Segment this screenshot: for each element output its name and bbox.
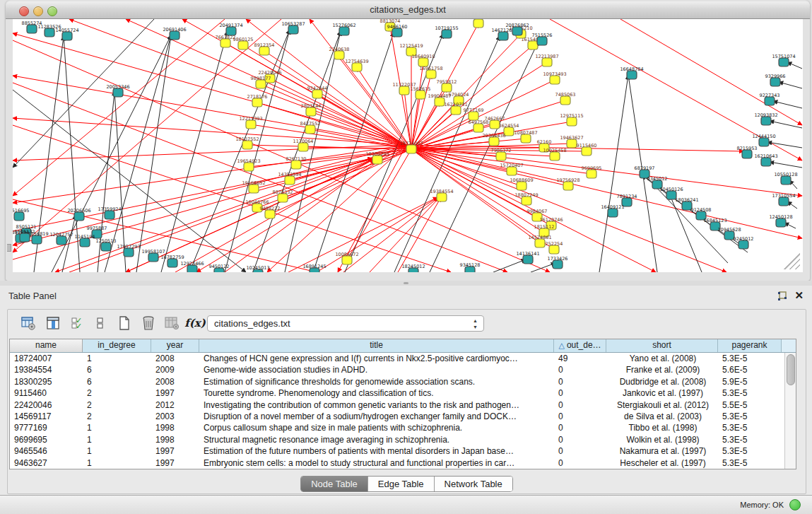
graph-node[interactable]: 18245012 bbox=[401, 264, 425, 273]
graph-node[interactable]: 10084672 bbox=[335, 252, 358, 265]
graph-node[interactable]: 2516695 bbox=[13, 208, 29, 221]
graph-node[interactable]: 16409121 bbox=[601, 204, 624, 218]
graph-node[interactable]: 14055724 bbox=[55, 28, 78, 41]
graph-node[interactable]: 10245013 bbox=[246, 265, 269, 273]
column-header-short[interactable]: short bbox=[606, 339, 718, 352]
graph-node[interactable]: 9115460 bbox=[577, 143, 597, 156]
float-panel-icon[interactable] bbox=[777, 291, 788, 302]
close-panel-icon[interactable]: ✕ bbox=[794, 289, 804, 302]
table-vertical-scrollbar[interactable] bbox=[784, 353, 796, 469]
graph-node[interactable]: 20491374 bbox=[219, 23, 242, 36]
column-header-in_degree[interactable]: in_degree bbox=[83, 339, 151, 352]
column-header-out_de[interactable]: △out_de… bbox=[554, 339, 606, 352]
graph-node[interactable]: 15720407 bbox=[500, 163, 523, 176]
graph-node[interactable]: 12213393 bbox=[239, 116, 262, 129]
new-table-button[interactable] bbox=[115, 314, 134, 332]
table-row[interactable]: 911546021997Tourette syndrome. Phenomeno… bbox=[10, 387, 785, 399]
table-row[interactable]: 1456911722003Disruption of a novel membe… bbox=[10, 411, 785, 422]
graph-node[interactable]: 16961758 bbox=[419, 66, 442, 79]
graph-node[interactable]: 9860125 bbox=[233, 37, 254, 50]
memory-status-icon[interactable] bbox=[789, 499, 801, 510]
tab-edge-table[interactable]: Edge Table bbox=[368, 477, 435, 491]
graph-node[interactable]: 20206506 bbox=[67, 208, 90, 221]
graph-node[interactable]: 16891245 bbox=[302, 264, 326, 273]
graph-node-label: 16409121 bbox=[601, 204, 624, 210]
graph-node[interactable]: 10653287 bbox=[281, 21, 305, 35]
cell-year: 2012 bbox=[151, 399, 199, 411]
graph-edge bbox=[13, 158, 372, 259]
tab-node-table[interactable]: Node Table bbox=[301, 477, 368, 491]
delete-table-button[interactable] bbox=[139, 314, 158, 332]
graph-node[interactable]: 9699695 bbox=[582, 165, 602, 179]
graph-node[interactable]: 18107552 bbox=[235, 136, 259, 150]
cell-name: 9699695 bbox=[10, 434, 83, 445]
table-row[interactable]: 1872400712008Changes of HCN gene express… bbox=[10, 353, 785, 364]
graph-node-label: 9898177 bbox=[251, 76, 271, 81]
graph-node[interactable]: 10807487 bbox=[514, 130, 537, 144]
graph-node[interactable]: 12975115 bbox=[560, 113, 583, 127]
show-columns-button[interactable] bbox=[44, 314, 62, 332]
graph-node[interactable]: 1733426 bbox=[548, 256, 568, 269]
network-canvas[interactable]: 7663822986012589123542242004698981772718… bbox=[13, 19, 803, 272]
graph-node[interactable]: 19756928 bbox=[556, 177, 579, 191]
table-row[interactable]: 1830029562008Estimation of significance … bbox=[10, 376, 785, 387]
graph-node[interactable]: 1250513 bbox=[96, 238, 117, 252]
graph-node[interactable]: 2240638 bbox=[329, 47, 350, 60]
minimize-window-button[interactable] bbox=[33, 6, 43, 16]
graph-node[interactable]: 18640910 bbox=[411, 54, 435, 67]
graph-node[interactable]: 12923466 bbox=[180, 261, 204, 273]
graph-node[interactable]: 12213987 bbox=[535, 54, 558, 67]
panel-divider[interactable] bbox=[0, 281, 812, 286]
table-row[interactable]: 977716911998Corpus callosum shape and si… bbox=[10, 422, 785, 433]
graph-node[interactable]: 252254 bbox=[546, 241, 563, 255]
column-header-year[interactable]: year bbox=[151, 339, 199, 352]
graph-node[interactable]: 9345128 bbox=[460, 262, 481, 273]
graph-node[interactable]: 15276062 bbox=[332, 23, 355, 36]
graph-node-label: 9450122 bbox=[209, 264, 230, 269]
select-all-columns-button[interactable]: ✓ ✓ bbox=[69, 314, 87, 332]
graph-node[interactable]: 16648784 bbox=[620, 66, 643, 80]
left-splitter-handle[interactable] bbox=[7, 244, 11, 252]
tab-network-table[interactable]: Network Table bbox=[435, 477, 512, 491]
graph-node[interactable]: 14671265 bbox=[491, 28, 514, 41]
graph-node[interactable]: 2803144 bbox=[301, 103, 322, 117]
graph-node[interactable]: 10025458 bbox=[543, 148, 566, 161]
table-source-select[interactable]: citations_edges.txt ▲▼ bbox=[207, 315, 484, 332]
column-header-name[interactable]: name bbox=[10, 339, 83, 352]
table-row[interactable]: 946554611997Estimation of the future num… bbox=[10, 445, 785, 457]
function-builder-button[interactable]: f(x) bbox=[186, 314, 204, 332]
graph-node[interactable]: 10973493 bbox=[543, 71, 566, 85]
scrollbar-thumb[interactable] bbox=[787, 354, 795, 385]
table-settings-button[interactable] bbox=[19, 314, 37, 332]
column-header-title[interactable]: title bbox=[199, 339, 554, 352]
graph-node[interactable]: 16210643 bbox=[754, 153, 777, 167]
table-row[interactable]: 946362711997Embryonic stem cells: a mode… bbox=[10, 457, 785, 469]
graph-node[interactable]: 9329966 bbox=[765, 74, 786, 87]
table-row[interactable]: 969969511998Structural magnetic resonanc… bbox=[10, 434, 785, 445]
graph-node[interactable]: 17310554 bbox=[772, 193, 795, 206]
graph-node[interactable]: 10550128 bbox=[774, 172, 797, 185]
unselect-all-columns-button[interactable] bbox=[91, 314, 110, 332]
zoom-window-button[interactable] bbox=[47, 6, 57, 16]
graph-node[interactable]: 7955812 bbox=[437, 79, 457, 93]
graph-node[interactable]: 20364436 bbox=[482, 133, 505, 146]
graph-node[interactable]: 12042757 bbox=[49, 232, 73, 245]
table-row[interactable]: 1938455462009Genome-wide association stu… bbox=[10, 364, 785, 375]
graph-node[interactable]: 9227343 bbox=[760, 93, 780, 106]
window-titlebar[interactable]: citations_edges.txt bbox=[6, 1, 810, 19]
graph-node[interactable]: 12444150 bbox=[752, 134, 775, 147]
graph-node[interactable]: 10719155 bbox=[435, 25, 458, 39]
graph-node[interactable]: 10688609 bbox=[510, 177, 533, 191]
close-window-button[interactable] bbox=[19, 6, 29, 16]
graph-node[interactable]: 9146821 bbox=[469, 19, 489, 28]
graph-node[interactable]: 9245012 bbox=[734, 236, 754, 250]
graph-node[interactable]: 9498222 bbox=[260, 206, 281, 219]
table-row[interactable]: 2242004622012Investigating the contribut… bbox=[10, 399, 785, 411]
graph-node[interactable]: 12093832 bbox=[754, 112, 777, 126]
graph-node[interactable]: 20053346 bbox=[106, 84, 129, 98]
graph-node[interactable]: 18807249 bbox=[514, 192, 538, 206]
column-header-pagerank[interactable]: pagerank bbox=[718, 339, 782, 352]
graph-node[interactable]: 17957293 bbox=[117, 244, 140, 257]
graph-node[interactable]: 17359924 bbox=[98, 206, 121, 220]
graph-node[interactable]: 8912354 bbox=[254, 42, 275, 56]
